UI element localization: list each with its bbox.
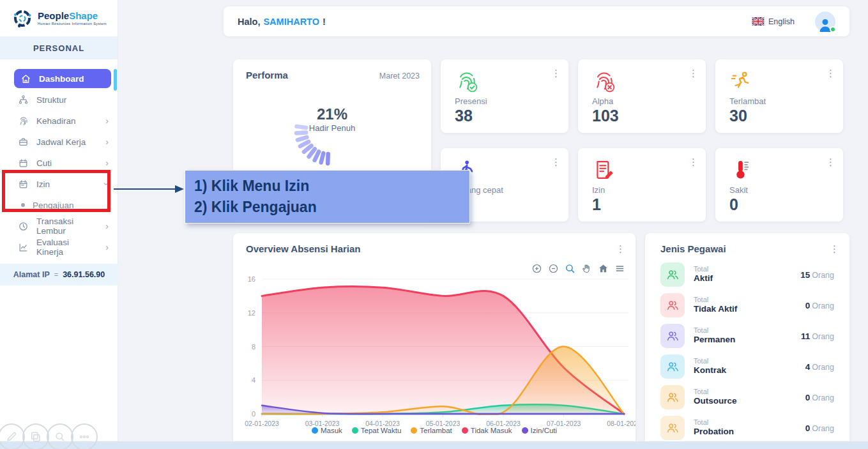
stat-label: Izin (592, 185, 605, 195)
svg-text:12: 12 (248, 309, 255, 317)
performa-title: Performa (246, 70, 288, 80)
menu-icon[interactable] (614, 263, 625, 274)
header-bar: Halo,SAMIHARTO! English (224, 6, 849, 36)
selection-zoom-icon[interactable] (565, 263, 575, 274)
brand-logo[interactable]: PeopleShape Human Resources Information … (0, 0, 118, 36)
performa-percent: 21% (233, 105, 431, 123)
stat-value: 103 (592, 107, 619, 125)
sidebar-nav: Dashboard Struktur Kehadiran › Jadwal Ke… (0, 59, 118, 257)
document-pencil-icon (592, 158, 615, 181)
jp-count: 11Orang (801, 331, 834, 341)
peopleshape-logo-icon (11, 7, 34, 30)
ip-equals: = (54, 271, 58, 278)
zoom-in-icon[interactable] (531, 263, 542, 274)
chart-title: Overview Absensi Harian (246, 243, 361, 254)
avatar[interactable] (815, 11, 835, 32)
sidebar-item-label: Transaksi Lembur (36, 217, 98, 236)
svg-text:16: 16 (248, 275, 255, 283)
stat-value: 0 (729, 195, 738, 214)
absensi-chart-card: Overview Absensi Harian ⋮ 161284002-01-2… (233, 233, 636, 449)
legend-item-terlambat[interactable]: Terlambat (411, 427, 452, 434)
stat-card-izin: ⋮ Izin 1 (578, 148, 706, 222)
people-icon (660, 263, 685, 287)
chevron-right-icon: › (105, 137, 109, 146)
performa-period: Maret 2023 (379, 72, 420, 80)
sidebar-item-kehadiran[interactable]: Kehadiran › (0, 111, 118, 130)
language-label: English (768, 17, 795, 26)
people-icon (660, 385, 685, 409)
jp-count: 0Orang (805, 423, 834, 433)
sidebar-item-dashboard[interactable]: Dashboard (14, 69, 111, 88)
people-icon (660, 293, 685, 317)
bottom-strip (0, 441, 868, 449)
people-icon (660, 416, 685, 440)
kebab-menu-icon[interactable]: ⋮ (826, 68, 835, 78)
annotation-step-1: 1) Klik Menu Izin (194, 176, 469, 197)
pan-icon[interactable] (581, 263, 592, 274)
svg-text:0: 0 (252, 410, 255, 418)
legend-item-izin-cuti[interactable]: Izin/Cuti (522, 427, 558, 434)
ip-value: 36.91.56.90 (63, 270, 105, 279)
kebab-menu-icon[interactable]: ⋮ (616, 243, 625, 255)
sidebar-item-label: Jadwal Kerja (36, 137, 86, 147)
legend-dot (411, 427, 417, 434)
greeting-prefix: Halo, (238, 17, 260, 27)
jp-row-tidak-aktif: TotalTidak Aktif 0Orang (660, 293, 834, 318)
stat-label: Presensi (455, 96, 487, 106)
jenis-pegawai-card: Jenis Pegawai ⋮ TotalAktif 15Orang Total… (645, 233, 849, 449)
sidebar-item-evaluasi-kinerja[interactable]: Evaluasi Kinerja › (0, 238, 118, 257)
legend-item-masuk[interactable]: Masuk (312, 427, 342, 434)
magnifier-tool-icon[interactable] (47, 423, 73, 449)
ip-address-band: Alamat IP = 36.91.56.90 (0, 264, 118, 285)
kebab-menu-icon[interactable]: ⋮ (830, 243, 839, 255)
people-icon (660, 324, 685, 348)
jp-row-kontrak: TotalKontrak 4Orang (660, 354, 834, 379)
home-reset-icon[interactable] (598, 263, 609, 274)
sidebar-scrollbar-thumb[interactable] (114, 69, 117, 91)
svg-text:8: 8 (252, 343, 255, 351)
clock-icon (18, 221, 29, 232)
performa-gauge (268, 123, 364, 174)
runner-icon (729, 70, 752, 93)
kebab-menu-icon[interactable]: ⋮ (551, 68, 561, 78)
absensi-area-chart[interactable]: 161284002-01-202303-01-202304-01-202305-… (233, 265, 636, 447)
jp-count: 4Orang (805, 362, 834, 372)
fingerprint-icon (18, 116, 29, 126)
fingerprint-x-icon (592, 70, 615, 93)
kebab-menu-icon[interactable]: ⋮ (689, 68, 698, 78)
legend-item-tidak-masuk[interactable]: Tidak Masuk (462, 427, 512, 434)
language-selector[interactable]: English (752, 17, 795, 26)
kebab-menu-icon[interactable]: ⋮ (689, 157, 698, 167)
sidebar-item-struktur[interactable]: Struktur (0, 90, 118, 109)
jp-row-probation: TotalProbation 0Orang (660, 415, 834, 441)
more-tools-icon[interactable] (71, 423, 98, 449)
username: SAMIHARTO (263, 17, 319, 27)
people-icon (660, 354, 685, 379)
annotation-arrow (112, 181, 184, 197)
kebab-menu-icon[interactable]: ⋮ (551, 157, 561, 167)
brand-tagline: Human Resources Information System (38, 22, 107, 26)
sidebar-item-transaksi-lembur[interactable]: Transaksi Lembur › (0, 217, 118, 236)
zoom-out-icon[interactable] (548, 263, 559, 274)
pencil-tool-icon[interactable] (0, 423, 25, 449)
chevron-right-icon: › (105, 116, 109, 125)
chart-legend: Masuk Tepat Waktu Terlambat Tidak Masuk … (233, 427, 636, 434)
stat-value: 38 (455, 107, 473, 125)
sidebar-item-label: Cuti (36, 158, 52, 168)
kebab-menu-icon[interactable]: ⋮ (826, 157, 835, 167)
line-chart-icon (18, 242, 29, 253)
legend-item-tepat-waktu[interactable]: Tepat Waktu (352, 427, 402, 434)
ip-label: Alamat IP (13, 270, 50, 279)
legend-dot (522, 427, 528, 434)
jp-row-aktif: TotalAktif 15Orang (660, 262, 834, 287)
stat-label: Terlambat (729, 96, 766, 106)
brand-name: PeopleShape (38, 10, 98, 21)
sidebar-item-jadwal-kerja[interactable]: Jadwal Kerja › (0, 132, 118, 151)
sidebar-section-title: PERSONAL (0, 36, 118, 59)
legend-dot (312, 427, 318, 434)
stat-value: 1 (592, 195, 601, 214)
copy-tool-icon[interactable] (22, 423, 49, 449)
greeting: Halo,SAMIHARTO! (238, 17, 326, 27)
jp-row-permanen: TotalPermanen 11Orang (660, 323, 834, 349)
stat-label: Alpha (592, 96, 613, 106)
